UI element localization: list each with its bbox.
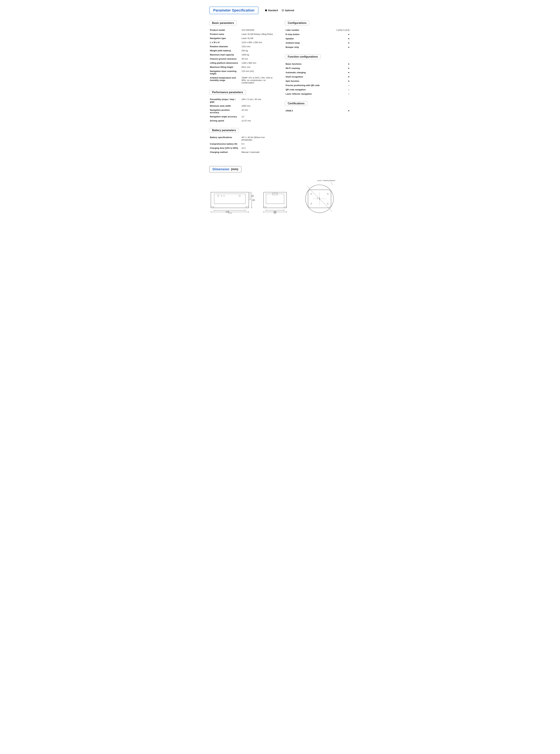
legend: Standard Optional [265,9,294,12]
func-value: ● [345,66,351,70]
param-label: Product model [209,28,241,32]
svg-rect-27 [284,207,286,208]
func-value: ● [345,62,351,66]
config-value: ● [318,45,351,49]
config-value: ● [318,32,351,36]
param-value: ≤1.67 m/s [241,119,275,123]
configurations-heading: Configurations [285,21,309,25]
table-row: Chassis ground clearance30 mm [209,57,275,61]
front-view-svg: 245 280 1180 1210 [209,187,255,213]
config-label: Lidar number [285,28,318,32]
param-label: Navigation laser scanning height [209,69,241,76]
param-value: Laser SLAM Rotary Lifting Robot [241,32,275,36]
table-row: Navigation typeLaser SLAM [209,36,275,40]
svg-point-51 [319,200,320,200]
param-value: 250 kg [241,48,275,53]
svg-text:φ1412（Rotating diameter）: φ1412（Rotating diameter） [318,180,337,181]
svg-point-6 [223,195,224,196]
func-label: Shelf recognition [285,75,345,79]
table-row: Bumper strip● [285,45,351,49]
title-box: Parameter Specification [209,6,258,14]
optional-dot-icon [282,9,284,12]
table-row: Comprehensive battery life6 h [209,142,275,146]
param-label: Navigation type [209,36,241,40]
param-value: 30 mm [241,57,275,61]
func-label: QR code navigation [285,87,345,91]
svg-text:1210: 1210 [228,212,232,213]
diagrams-row: 245 280 1180 1210 [209,177,351,213]
side-view-svg: 860 892 [260,187,293,213]
basic-parameters-heading: Basic parameters [209,21,237,25]
param-value: 60±1 mm [241,65,275,69]
param-label: Maximum load capacity [209,53,241,57]
svg-rect-24 [266,194,284,204]
configurations-section: Configurations Lidar number1 (H1)+1 (C2)… [285,21,351,49]
svg-rect-23 [263,192,286,208]
left-column: Basic parameters Product modelSJV-SW1500… [209,21,275,160]
svg-point-5 [221,195,222,196]
optional-legend: Optional [282,9,294,12]
param-label: Ambient temperature and humidity range [209,76,241,85]
param-label: Weight (with battery) [209,48,241,53]
param-label: Lifting platform dimensions [209,61,241,65]
configurations-table: Lidar number1 (H1)+1 (C2)E-stop button●S… [285,28,351,49]
param-value: SJV-SW1500 [241,28,275,32]
table-row: Rotation diameter1412 mm [209,44,275,48]
table-row: Laser reflector navigation○ [285,91,351,96]
function-configurations-section: Function configurations Basic functions●… [285,55,351,96]
func-label: Precise positioning with QR code [285,83,345,87]
param-label: Maximum lifting height [209,65,241,69]
func-value: ● [345,79,351,83]
dimension-header: Dimension (mm) [209,166,351,172]
param-value: Manual / Automatic [241,150,275,154]
svg-rect-26 [263,207,266,208]
standard-label: Standard [268,9,278,12]
table-row: Charging time (10% to 80%)≤2 h [209,146,275,150]
param-value: 123 mm (H1) [241,69,275,76]
svg-point-46 [327,203,328,204]
svg-point-44 [327,193,328,195]
optional-label: Optional [285,9,294,12]
param-label: Product name [209,32,241,36]
table-row: Precise positioning with QR code○ [285,83,351,87]
performance-parameters-heading: Performance parameters [209,90,246,95]
table-row: QR code navigation○ [285,87,351,91]
param-value: ≤2 h [241,146,275,150]
param-value: ≤5% / 5 mm / 30 mm [241,97,275,104]
config-label: Speaker [285,36,318,41]
dimension-unit: (mm) [231,167,238,171]
table-row: Navigation angle accuracy±1° [209,115,275,119]
param-label: Minimum aisle width [209,104,241,108]
dimension-title-box: Dimension (mm) [209,166,241,172]
config-value: ● [318,41,351,45]
table-row: L x W x H1210 x 892 x 280 mm [209,40,275,44]
table-row: UN38.3● [285,108,351,113]
svg-point-43 [311,193,312,195]
basic-parameters-section: Basic parameters Product modelSJV-SW1500… [209,21,275,85]
basic-parameters-table: Product modelSJV-SW1500Product nameLaser… [209,28,275,85]
param-label: Comprehensive battery life [209,142,241,146]
param-value: Laser SLAM [241,36,275,40]
table-row: Wi-Fi roaming● [285,66,351,70]
svg-point-48 [317,197,318,198]
right-column: Configurations Lidar number1 (H1)+1 (C2)… [285,21,351,160]
func-value: ● [345,70,351,75]
dimension-section: Dimension (mm) [209,166,351,213]
param-value: ±5 mm [241,108,275,115]
param-value: 1000 mm [241,104,275,108]
rotating-diameter-svg: φ1412（Rotating diameter） [298,177,341,213]
param-value: 1180 x 860 mm [241,61,275,65]
param-label: L x W x H [209,40,241,44]
table-row: Minimum aisle width1000 mm [209,104,275,108]
table-row: E-stop button● [285,32,351,36]
svg-point-45 [311,203,312,204]
certifications-table: UN38.3● [285,108,351,113]
config-label: Ambient lamp [285,41,318,45]
function-configurations-table: Basic functions●Wi-Fi roaming●Automatic … [285,62,351,96]
config-value: 1 (H1)+1 (C2) [318,28,351,32]
param-label: Battery specifications [209,135,241,142]
table-row: Lifting platform dimensions1180 x 860 mm [209,61,275,65]
certifications-section: Certifications UN38.3● [285,101,351,113]
table-row: Weight (with battery)250 kg [209,48,275,53]
table-row: Ambient temperature and humidity rangeTE… [209,76,275,85]
